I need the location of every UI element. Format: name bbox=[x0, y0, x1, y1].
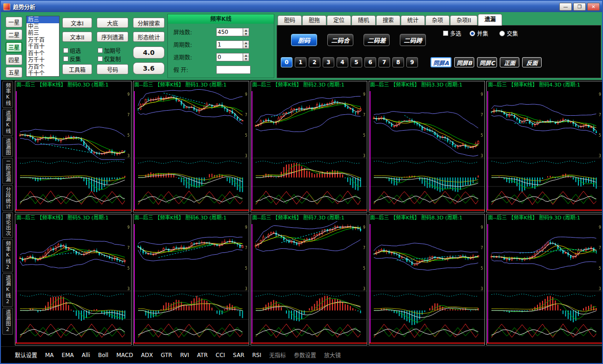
text2-button[interactable]: 文本II bbox=[62, 32, 92, 42]
digit-button-2[interactable]: 2 bbox=[309, 57, 320, 67]
mode-button-3[interactable]: 二码跨 bbox=[400, 34, 426, 46]
text1-button[interactable]: 文本I bbox=[62, 18, 92, 28]
chart-canvas-8[interactable] bbox=[369, 221, 485, 345]
version-36-button[interactable]: 3.6 bbox=[133, 62, 165, 74]
intersect-radio[interactable]: 交集 bbox=[499, 29, 518, 37]
freq-field-input[interactable] bbox=[216, 53, 243, 61]
status-item-0[interactable]: 默认设置 bbox=[15, 351, 37, 359]
digit-button-8[interactable]: 8 bbox=[392, 57, 404, 67]
screen-button-0[interactable]: 同屏A bbox=[431, 57, 451, 67]
position-item-3[interactable]: 万千百 bbox=[27, 37, 59, 44]
spin-up-button[interactable]: ▲ bbox=[243, 41, 249, 45]
star-button-4[interactable]: 四星 bbox=[6, 54, 22, 65]
digit-button-6[interactable]: 6 bbox=[364, 57, 376, 67]
position-item-0[interactable]: 后三 bbox=[27, 16, 59, 23]
digit-button-3[interactable]: 3 bbox=[323, 57, 334, 67]
pattern-stats-button[interactable]: 形态统计 bbox=[133, 32, 165, 42]
spin-down-button[interactable]: ▼ bbox=[243, 45, 249, 48]
tab-8[interactable]: 遗漏 bbox=[478, 14, 502, 26]
union-radio[interactable]: 并集 bbox=[470, 29, 488, 37]
screen-button-2[interactable]: 同屏C bbox=[477, 57, 497, 67]
sidebar-item-4[interactable]: 分段统计 bbox=[2, 185, 13, 211]
status-item-9[interactable]: ATR bbox=[197, 352, 208, 358]
sidebar-item-7[interactable]: 遗漏K线2 bbox=[2, 273, 13, 307]
close-button[interactable]: ✕ bbox=[587, 3, 600, 11]
tab-2[interactable]: 定位 bbox=[327, 15, 351, 26]
minimize-button[interactable]: — bbox=[559, 3, 572, 11]
spin-down-button[interactable]: ▼ bbox=[243, 32, 249, 36]
tab-1[interactable]: 胆拖 bbox=[302, 15, 326, 26]
digit-button-0[interactable]: 0 bbox=[281, 57, 292, 67]
position-item-2[interactable]: 前三 bbox=[27, 30, 59, 37]
fanji-checkbox[interactable]: 反集 bbox=[63, 55, 81, 63]
spin-down-button[interactable]: ▼ bbox=[243, 57, 249, 61]
digit-button-9[interactable]: 9 bbox=[406, 57, 418, 67]
star-button-5[interactable]: 五星 bbox=[6, 67, 22, 78]
position-item-6[interactable]: 万千十 bbox=[27, 57, 59, 64]
add-period-checkbox[interactable]: 加期号 bbox=[98, 46, 121, 54]
dadi-button[interactable]: 大底 bbox=[97, 18, 128, 28]
position-item-7[interactable]: 万百个 bbox=[27, 64, 59, 71]
mode-button-1[interactable]: 二码合 bbox=[327, 34, 353, 46]
sidebar-item-1[interactable]: 遗漏K线 bbox=[2, 109, 13, 136]
chart-canvas-9[interactable] bbox=[487, 221, 603, 345]
star-button-2[interactable]: 二星 bbox=[6, 29, 22, 40]
status-item-8[interactable]: RVI bbox=[180, 352, 189, 358]
number-button[interactable]: 号码 bbox=[97, 64, 128, 74]
status-item-3[interactable]: Alli bbox=[82, 352, 90, 358]
status-item-4[interactable]: Boll bbox=[98, 352, 108, 358]
sidebar-item-8[interactable]: 遗漏图2 bbox=[2, 308, 13, 335]
tab-0[interactable]: 胆码 bbox=[278, 15, 302, 26]
digit-button-7[interactable]: 7 bbox=[378, 57, 390, 67]
tab-6[interactable]: 杂项 bbox=[425, 15, 450, 26]
position-item-8[interactable]: 千十个 bbox=[27, 70, 59, 77]
chart-canvas-4[interactable] bbox=[487, 88, 603, 212]
freq-field-input[interactable] bbox=[216, 40, 243, 49]
status-item-11[interactable]: SAR bbox=[233, 352, 244, 358]
sidebar-item-2[interactable]: 遗漏图 bbox=[2, 137, 13, 157]
mode-button-2[interactable]: 二码差 bbox=[364, 34, 390, 46]
tab-4[interactable]: 搜索 bbox=[376, 15, 400, 26]
multi-select-checkbox[interactable]: 多选 bbox=[443, 29, 461, 37]
screen-button-3[interactable]: 正面 bbox=[500, 57, 519, 67]
status-item-7[interactable]: GTR bbox=[161, 352, 172, 358]
status-item-6[interactable]: ADX bbox=[141, 352, 153, 358]
title-bar[interactable]: 趋势分析 — ❐ ✕ bbox=[1, 1, 602, 12]
chart-canvas-7[interactable] bbox=[251, 221, 367, 345]
tab-7[interactable]: 杂项II bbox=[450, 15, 477, 26]
copy-only-checkbox[interactable]: 仅复制 bbox=[98, 55, 121, 63]
sidebar-item-6[interactable]: 频率K线2 bbox=[2, 239, 13, 272]
digit-button-5[interactable]: 5 bbox=[351, 57, 362, 67]
tab-5[interactable]: 统计 bbox=[401, 15, 425, 26]
version-40-button[interactable]: 4.0 bbox=[133, 46, 165, 59]
chart-canvas-6[interactable] bbox=[133, 221, 249, 345]
position-item-5[interactable]: 百十个 bbox=[27, 50, 59, 57]
freq-field-input[interactable] bbox=[216, 66, 251, 74]
status-item-10[interactable]: CCI bbox=[216, 352, 225, 358]
chart-canvas-5[interactable] bbox=[15, 221, 131, 345]
digit-button-4[interactable]: 4 bbox=[337, 57, 348, 67]
status-item-muted-0[interactable]: 无指标 bbox=[269, 351, 286, 359]
status-item-1[interactable]: MA bbox=[45, 352, 54, 358]
freq-field-input[interactable] bbox=[216, 28, 243, 36]
screen-button-1[interactable]: 同屏B bbox=[454, 57, 474, 67]
chart-canvas-0[interactable] bbox=[15, 88, 131, 212]
spin-up-button[interactable]: ▲ bbox=[243, 28, 249, 32]
sidebar-item-3[interactable]: 二阶遗漏 bbox=[2, 158, 13, 184]
chart-canvas-3[interactable] bbox=[369, 88, 485, 212]
sidebar-item-0[interactable]: 频率K线 bbox=[2, 81, 13, 108]
sidebar-item-5[interactable]: 理论出次 bbox=[2, 212, 13, 238]
screen-button-4[interactable]: 反面 bbox=[522, 57, 542, 67]
zuxuan-checkbox[interactable]: 组选 bbox=[63, 46, 81, 54]
status-item-5[interactable]: MACD bbox=[116, 352, 133, 358]
star-button-3[interactable]: 三星 bbox=[6, 42, 22, 53]
status-item-muted-1[interactable]: 参数设置 bbox=[294, 351, 316, 359]
position-item-4[interactable]: 千百十 bbox=[27, 43, 59, 50]
mode-button-0[interactable]: 胆码 bbox=[291, 34, 317, 46]
spin-up-button[interactable]: ▲ bbox=[243, 53, 249, 57]
tab-3[interactable]: 随机 bbox=[351, 15, 376, 26]
maximize-button[interactable]: ❐ bbox=[573, 3, 586, 11]
toolbox-button[interactable]: 工具箱 bbox=[62, 64, 92, 74]
star-button-1[interactable]: 一星 bbox=[6, 17, 22, 27]
digit-button-1[interactable]: 1 bbox=[295, 57, 306, 67]
